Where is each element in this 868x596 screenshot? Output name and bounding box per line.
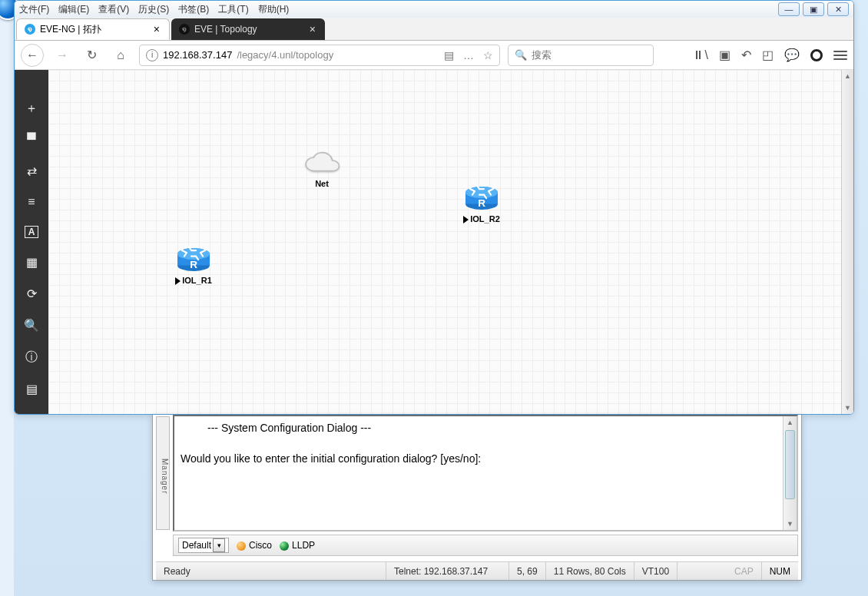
home-button[interactable]: ⌂ (110, 45, 131, 66)
desktop-left-strip (0, 0, 14, 596)
vertical-scrollbar[interactable]: ▲ ▼ (841, 70, 853, 414)
status-ready: Ready (156, 562, 386, 580)
router-icon: R (463, 180, 500, 211)
page-content: ＋ ▀ ⇄ ≡ A ▦ ⟳ 🔍 ⓘ ▤ 🌐 💼 Net (15, 70, 853, 414)
node-iol-r1[interactable]: R IOL_R1 (175, 242, 212, 285)
scroll-down-icon[interactable]: ▼ (784, 518, 797, 530)
tab-label: EVE-NG | 拓扑 (40, 23, 147, 36)
tab-label: EVE | Topology (194, 24, 303, 35)
disk-icon[interactable]: ▀ (24, 133, 39, 147)
terminal-text: --- System Configuration Dialog --- Woul… (174, 416, 797, 472)
menu-help[interactable]: 帮助(H) (258, 3, 290, 16)
minimize-button[interactable]: — (778, 2, 800, 16)
status-connection: Telnet: 192.168.37.147 (386, 562, 509, 580)
terminal-session-bar: Default ▾ Cisco LLDP (173, 535, 798, 556)
tab-eve-topology[interactable]: ໑ EVE | Topology × (171, 18, 325, 40)
session-select[interactable]: Default ▾ (178, 538, 229, 553)
menu-edit[interactable]: 编辑(E) (58, 3, 89, 16)
node-label: IOL_R1 (175, 276, 212, 285)
text-icon[interactable]: A (25, 226, 38, 238)
tab-strip: ໑ EVE-NG | 拓扑 × ໑ EVE | Topology × (15, 18, 853, 41)
play-icon (175, 277, 181, 285)
list-icon[interactable]: ▤ (24, 382, 39, 396)
url-host: 192.168.37.147 (163, 49, 232, 61)
status-cursor-pos: 5, 69 (509, 562, 546, 580)
url-path: /legacy/4.unl/topology (237, 49, 333, 61)
info-icon[interactable]: ⓘ (24, 349, 39, 365)
tab-close-icon[interactable]: × (308, 23, 317, 35)
scroll-thumb[interactable] (785, 430, 795, 499)
browser-window: 文件(F) 编辑(E) 查看(V) 历史(S) 书签(B) 工具(T) 帮助(H… (14, 0, 854, 415)
scroll-up-icon[interactable]: ▲ (784, 416, 797, 429)
menu-history[interactable]: 历史(S) (138, 3, 169, 16)
menu-icon[interactable] (833, 51, 847, 60)
site-info-icon[interactable]: i (146, 49, 158, 61)
globe-icon[interactable]: 🌐 (24, 413, 39, 415)
terminal-status-bar: Ready Telnet: 192.168.37.147 5, 69 11 Ro… (156, 561, 798, 580)
tab-eve-ng[interactable]: ໑ EVE-NG | 拓扑 × (16, 18, 170, 40)
window-controls: — ▣ ✕ (778, 2, 849, 16)
menubar: 文件(F) 编辑(E) 查看(V) 历史(S) 书签(B) 工具(T) 帮助(H… (15, 1, 853, 18)
zoom-icon[interactable]: 🔍 (24, 318, 39, 333)
undo-icon[interactable]: ↶ (741, 48, 751, 62)
terminal-body[interactable]: --- System Configuration Dialog --- Woul… (173, 415, 798, 531)
status-terminal-type: VT100 (634, 562, 678, 580)
crop-icon[interactable]: ◰ (762, 48, 774, 62)
chevron-down-icon[interactable]: ▾ (213, 538, 225, 552)
record-icon[interactable] (810, 49, 823, 61)
toolbar-right: ⏸ \ ▣ ↶ ◰ 💬 (692, 48, 847, 62)
terminal-window: Manager --- System Configuration Dialog … (152, 415, 802, 581)
play-icon (463, 216, 469, 224)
svg-text:R: R (190, 259, 197, 270)
chat-icon[interactable]: 💬 (784, 48, 800, 62)
status-dimensions: 11 Rows, 80 Cols (546, 562, 634, 580)
menu-bookmarks[interactable]: 书签(B) (178, 3, 209, 16)
refresh-icon[interactable]: ⟳ (24, 286, 39, 301)
library-icon[interactable]: ⏸ \ (692, 48, 708, 62)
add-icon[interactable]: ＋ (24, 101, 39, 116)
terminal-scrollbar[interactable]: ▲ ▼ (783, 416, 797, 530)
session-manager-tab[interactable]: Manager (156, 416, 170, 530)
swap-icon[interactable]: ⇄ (24, 164, 39, 178)
maximize-button[interactable]: ▣ (803, 2, 824, 16)
address-bar[interactable]: i 192.168.37.147/legacy/4.unl/topology ▤… (139, 45, 500, 66)
cloud-icon (302, 151, 342, 176)
protocol-cisco[interactable]: Cisco (237, 540, 272, 551)
forward-button[interactable]: → (51, 45, 73, 66)
nav-toolbar: ← → ↻ ⌂ i 192.168.37.147/legacy/4.unl/to… (15, 41, 853, 70)
bookmark-star-icon[interactable]: ☆ (483, 49, 493, 61)
led-orange-icon (237, 541, 246, 551)
lines-icon[interactable]: ≡ (24, 195, 39, 209)
tab-close-icon[interactable]: × (152, 23, 161, 35)
menu-file[interactable]: 文件(F) (19, 3, 49, 16)
search-box[interactable]: 🔍 (508, 45, 654, 66)
topology-canvas[interactable]: Net R IOL_R2 (48, 70, 853, 414)
svg-text:R: R (478, 197, 485, 209)
node-net[interactable]: Net (302, 151, 342, 188)
led-green-icon (280, 541, 289, 551)
search-input[interactable] (532, 49, 647, 61)
back-button[interactable]: ← (21, 44, 44, 67)
menu-view[interactable]: 查看(V) (98, 3, 129, 16)
scroll-up-icon[interactable]: ▲ (842, 70, 853, 82)
node-label: IOL_R2 (463, 214, 500, 224)
node-label: Net (302, 179, 342, 188)
eve-sidebar: ＋ ▀ ⇄ ≡ A ▦ ⟳ 🔍 ⓘ ▤ 🌐 💼 (15, 70, 48, 414)
session-select-label: Default (182, 540, 211, 551)
status-capslock: CAP (727, 562, 762, 580)
sidebar-icon[interactable]: ▣ (719, 48, 731, 62)
node-iol-r2[interactable]: R IOL_R2 (463, 180, 500, 224)
search-icon: 🔍 (515, 49, 527, 61)
status-numlock: NUM (762, 562, 798, 580)
scroll-down-icon[interactable]: ▼ (842, 402, 853, 414)
reload-button[interactable]: ↻ (81, 45, 102, 66)
eve-favicon-icon: ໑ (179, 24, 190, 35)
menu-tools[interactable]: 工具(T) (218, 3, 248, 16)
close-button[interactable]: ✕ (827, 2, 849, 16)
reader-icon[interactable]: ▤ (444, 49, 454, 61)
eve-favicon-icon: ໑ (25, 24, 35, 35)
router-icon: R (175, 242, 212, 273)
protocol-lldp[interactable]: LLDP (280, 540, 315, 551)
grid-icon[interactable]: ▦ (24, 255, 39, 270)
page-actions-icon[interactable]: … (463, 49, 474, 61)
